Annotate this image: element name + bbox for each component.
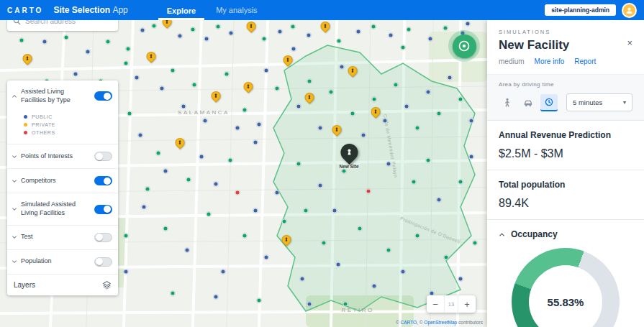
marker-competitor[interactable] [171,291,176,296]
chevron-down-icon[interactable] [12,259,17,264]
marker-competitor[interactable] [371,24,376,29]
marker-competitor[interactable] [156,151,161,156]
marker-competitor[interactable] [426,158,431,163]
marker-competitor[interactable] [192,83,197,88]
marker-public-facility[interactable] [203,119,208,124]
close-icon[interactable]: × [627,38,632,47]
marker-competitor[interactable] [304,208,309,213]
marker-competitor[interactable] [343,302,348,307]
marker-competitor[interactable] [275,86,280,91]
marker-competitor[interactable] [412,180,417,185]
marker-public-facility[interactable] [361,133,366,138]
marker-competitor[interactable] [262,37,267,42]
marker-competitor[interactable] [342,169,347,174]
marker-public-facility[interactable] [181,104,186,109]
marker-public-facility[interactable] [466,22,471,27]
marker-competitor[interactable] [291,24,296,29]
marker-public-facility[interactable] [86,50,91,55]
chevron-down-icon[interactable] [12,206,17,212]
marker-public-facility[interactable] [437,198,442,203]
marker-public-facility[interactable] [264,255,269,260]
marker-competitor[interactable] [207,212,212,217]
layer-toggle[interactable] [94,176,112,185]
marker-private-facility[interactable] [319,20,332,33]
marker-public-facility[interactable] [428,37,433,42]
marker-public-facility[interactable] [318,183,323,188]
marker-public-facility[interactable] [372,284,377,289]
chevron-down-icon[interactable] [12,154,17,160]
marker-public-facility[interactable] [253,140,258,145]
marker-competitor[interactable] [350,111,355,116]
marker-private-facility[interactable] [245,20,258,33]
tab-explore[interactable]: Explore [158,0,204,20]
marker-public-facility[interactable] [404,104,409,109]
driving-time-mode-button[interactable] [540,94,558,111]
marker-competitor[interactable] [322,241,327,246]
marker-public-facility[interactable] [135,75,140,80]
zoom-in-button[interactable]: + [458,295,476,313]
report-link[interactable]: Report [574,57,596,65]
layer-toggle[interactable] [94,257,112,267]
account-button[interactable]: site-planning-admin [545,4,616,16]
marker-competitor[interactable] [296,162,301,167]
marker-competitor[interactable] [401,45,406,50]
chevron-down-icon[interactable] [12,234,17,240]
marker-competitor[interactable] [186,178,191,183]
marker-public-facility[interactable] [275,190,280,195]
marker-public-facility[interactable] [389,33,394,38]
marker-competitor[interactable] [386,248,391,253]
layers-footer[interactable]: Layers [7,274,118,295]
marker-public-facility[interactable] [221,270,226,275]
duration-select[interactable]: 5 minutes ▾ [566,93,632,111]
marker-competitor[interactable] [191,27,196,32]
marker-competitor[interactable] [394,83,399,88]
marker-competitor[interactable] [307,79,312,84]
marker-competitor[interactable] [257,298,262,303]
marker-public-facility[interactable] [140,28,145,33]
marker-public-facility[interactable] [383,119,388,124]
new-site-marker[interactable]: New Site [339,144,358,169]
marker-competitor[interactable] [458,180,463,185]
marker-public-facility[interactable] [278,29,283,34]
marker-public-facility[interactable] [73,72,78,77]
marker-public-facility[interactable] [469,155,474,160]
marker-public-facility[interactable] [253,208,258,213]
marker-competitor[interactable] [358,226,363,231]
marker-private-facility[interactable] [21,52,34,65]
chevron-down-icon[interactable] [12,178,17,184]
marker-public-facility[interactable] [300,277,305,282]
marker-private-facility[interactable] [209,89,222,102]
marker-competitor[interactable] [163,226,168,231]
marker-competitor[interactable] [228,158,233,163]
layer-toggle[interactable] [94,152,112,161]
layer-toggle[interactable] [94,233,112,242]
marker-competitor[interactable] [225,72,230,77]
marker-public-facility[interactable] [229,31,234,36]
marker-public-facility[interactable] [42,40,47,45]
marker-public-facility[interactable] [458,277,463,282]
marker-public-facility[interactable] [340,65,345,70]
marker-competitor[interactable] [329,90,334,95]
car-mode-button[interactable] [520,94,537,111]
marker-public-facility[interactable] [307,33,312,38]
marker-public-facility[interactable] [296,104,301,109]
marker-public-facility[interactable] [307,302,312,307]
marker-private-facility[interactable] [145,50,158,63]
simulation-button[interactable] [448,30,480,62]
zoom-out-button[interactable]: − [427,295,444,313]
marker-public-facility[interactable] [386,162,391,167]
marker-competitor[interactable] [216,24,221,29]
marker-public-facility[interactable] [257,122,262,127]
marker-public-facility[interactable] [214,182,219,187]
marker-private-facility[interactable] [173,136,186,149]
marker-competitor[interactable] [106,40,111,45]
marker-public-facility[interactable] [178,34,183,39]
marker-public-facility[interactable] [138,133,143,138]
marker-private-facility[interactable] [280,233,293,246]
tab-my-analysis[interactable]: My analysis [207,0,266,20]
marker-public-facility[interactable] [448,75,453,80]
chevron-up-icon[interactable] [12,93,17,99]
layer-toggle[interactable] [94,205,112,214]
marker-public-facility[interactable] [401,270,406,275]
more-info-link[interactable]: More info [535,57,565,65]
